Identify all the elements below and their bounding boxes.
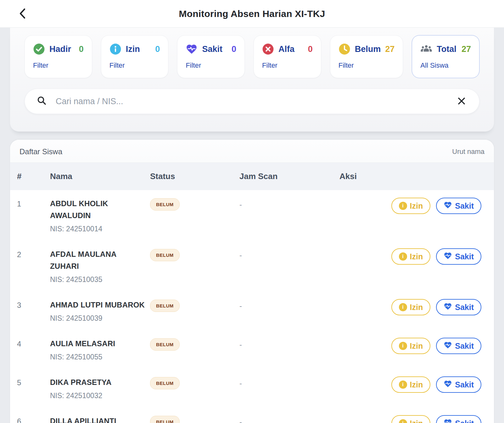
check-circle-icon bbox=[33, 43, 45, 55]
izin-button[interactable]: i Izin bbox=[391, 299, 431, 315]
filter-card-count: 0 bbox=[79, 44, 84, 54]
search-bar bbox=[25, 89, 479, 114]
heart-pulse-icon bbox=[186, 43, 198, 55]
student-list-card: Daftar Siswa Urut nama # Nama Status Jam… bbox=[10, 140, 494, 423]
filter-card-label: Total bbox=[437, 44, 456, 54]
filter-card-count: 0 bbox=[232, 44, 236, 54]
sort-by-name[interactable]: Urut nama bbox=[452, 148, 484, 156]
filter-card-label: Belum bbox=[355, 44, 381, 54]
student-nis: NIS: 242510014 bbox=[50, 225, 150, 233]
heart-pulse-icon bbox=[444, 380, 452, 390]
row-number: 6 bbox=[17, 415, 50, 423]
table-row: 6 DILLA APILLIANTI NIS: 242510059 BELUM … bbox=[10, 408, 494, 423]
table-header-row: # Nama Status Jam Scan Aksi bbox=[10, 163, 494, 190]
table-row: 4 AULIA MELASARI NIS: 242510055 BELUM - … bbox=[10, 330, 494, 369]
info-icon: i bbox=[399, 252, 407, 261]
row-number: 5 bbox=[17, 376, 50, 387]
close-icon bbox=[457, 97, 466, 106]
x-circle-icon bbox=[262, 43, 274, 55]
row-number: 3 bbox=[17, 299, 50, 310]
column-header-aksi: Aksi bbox=[339, 172, 481, 181]
filter-card-belum[interactable]: Belum 27 Filter bbox=[330, 35, 403, 78]
jam-scan-value: - bbox=[239, 299, 339, 310]
sakit-button[interactable]: Sakit bbox=[436, 415, 481, 423]
table-body: 1 ABDUL KHOLIK AWALUDIN NIS: 242510014 B… bbox=[10, 190, 494, 423]
filter-card-count: 27 bbox=[462, 44, 471, 54]
jam-scan-value: - bbox=[239, 248, 339, 260]
sakit-button[interactable]: Sakit bbox=[436, 338, 481, 354]
info-icon: i bbox=[399, 419, 407, 423]
status-badge: BELUM bbox=[150, 300, 180, 312]
filter-card-alfa[interactable]: Alfa 0 Filter bbox=[254, 35, 321, 78]
filter-panel: Hadir 0 Filter Izin 0 Filter Sakit 0 Fil… bbox=[10, 28, 494, 132]
izin-button[interactable]: i Izin bbox=[391, 415, 431, 423]
search-input[interactable] bbox=[56, 97, 447, 106]
info-icon: i bbox=[399, 303, 407, 311]
student-nis: NIS: 242510032 bbox=[50, 392, 150, 400]
clock-icon bbox=[339, 43, 350, 55]
row-number: 2 bbox=[17, 248, 50, 259]
page-title: Monitoring Absen Harian XI-TKJ bbox=[179, 8, 325, 19]
sakit-button[interactable]: Sakit bbox=[436, 198, 481, 214]
table-row: 5 DIKA PRASETYA NIS: 242510032 BELUM - i… bbox=[10, 369, 494, 408]
filter-card-action-label: All Siswa bbox=[420, 61, 471, 70]
heart-pulse-icon bbox=[444, 201, 452, 211]
table-row: 2 AFDAL MAULANA ZUHARI NIS: 242510035 BE… bbox=[10, 241, 494, 291]
student-name: DIKA PRASETYA bbox=[50, 376, 146, 388]
info-icon: i bbox=[399, 381, 407, 389]
column-header-jam-scan: Jam Scan bbox=[239, 172, 339, 181]
status-badge: BELUM bbox=[150, 198, 180, 211]
jam-scan-value: - bbox=[239, 415, 339, 423]
izin-button[interactable]: i Izin bbox=[391, 248, 431, 265]
status-badge: BELUM bbox=[150, 249, 180, 261]
filter-card-hadir[interactable]: Hadir 0 Filter bbox=[25, 35, 92, 78]
table-row: 1 ABDUL KHOLIK AWALUDIN NIS: 242510014 B… bbox=[10, 190, 494, 241]
filter-card-action-label: Filter bbox=[339, 61, 395, 70]
izin-button[interactable]: i Izin bbox=[391, 376, 431, 393]
izin-button[interactable]: i Izin bbox=[391, 198, 431, 214]
column-header-status: Status bbox=[150, 172, 239, 181]
sakit-button[interactable]: Sakit bbox=[436, 248, 481, 265]
heart-pulse-icon bbox=[444, 341, 452, 351]
filter-card-count: 0 bbox=[155, 44, 160, 54]
info-circle-icon bbox=[109, 43, 121, 55]
list-header: Daftar Siswa Urut nama bbox=[10, 140, 494, 163]
status-badge: BELUM bbox=[150, 416, 180, 423]
filter-card-action-label: Filter bbox=[262, 61, 313, 70]
back-button[interactable] bbox=[14, 6, 31, 22]
status-badge: BELUM bbox=[150, 377, 180, 389]
sakit-button[interactable]: Sakit bbox=[436, 299, 481, 315]
chevron-left-icon bbox=[18, 7, 27, 21]
filter-card-count: 27 bbox=[385, 44, 395, 54]
filter-card-count: 0 bbox=[308, 44, 313, 54]
student-name: ABDUL KHOLIK AWALUDIN bbox=[50, 198, 146, 222]
clear-search-button[interactable] bbox=[456, 96, 467, 107]
filter-card-label: Izin bbox=[126, 44, 140, 54]
student-name: AULIA MELASARI bbox=[50, 338, 146, 350]
heart-pulse-icon bbox=[444, 251, 452, 262]
filter-card-label: Hadir bbox=[49, 44, 71, 54]
student-name: DILLA APILLIANTI bbox=[50, 415, 146, 423]
status-badge: BELUM bbox=[150, 338, 180, 351]
student-nis: NIS: 242510055 bbox=[50, 353, 150, 361]
izin-button[interactable]: i Izin bbox=[391, 338, 431, 354]
student-name: AFDAL MAULANA ZUHARI bbox=[50, 248, 146, 272]
heart-pulse-icon bbox=[444, 418, 452, 423]
table-row: 3 AHMAD LUTPI MUBAROK NIS: 242510039 BEL… bbox=[10, 291, 494, 330]
row-number: 4 bbox=[17, 338, 50, 348]
student-name: AHMAD LUTPI MUBAROK bbox=[50, 299, 146, 311]
info-icon: i bbox=[399, 342, 407, 350]
magnifier-icon bbox=[37, 96, 47, 107]
row-number: 1 bbox=[17, 198, 50, 208]
filter-card-label: Alfa bbox=[278, 44, 294, 54]
filter-card-izin[interactable]: Izin 0 Filter bbox=[101, 35, 169, 78]
heart-pulse-icon bbox=[444, 302, 452, 313]
sakit-button[interactable]: Sakit bbox=[436, 376, 481, 393]
users-icon bbox=[420, 43, 432, 55]
filter-card-action-label: Filter bbox=[109, 61, 160, 70]
jam-scan-value: - bbox=[239, 198, 339, 209]
filter-card-total[interactable]: Total 27 All Siswa bbox=[412, 35, 479, 78]
student-nis: NIS: 242510035 bbox=[50, 275, 150, 284]
info-icon: i bbox=[399, 202, 407, 210]
filter-card-sakit[interactable]: Sakit 0 Filter bbox=[177, 35, 245, 78]
